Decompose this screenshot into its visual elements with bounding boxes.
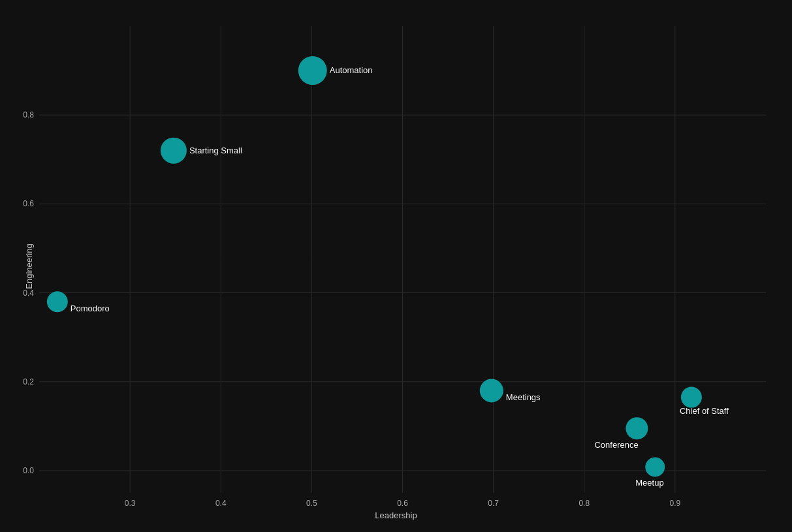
scatter-chart <box>0 0 792 532</box>
x-axis-label: Leadership <box>375 510 417 520</box>
y-axis-label: Engineering <box>24 243 34 289</box>
chart-container: Leadership Engineering <box>0 0 792 532</box>
